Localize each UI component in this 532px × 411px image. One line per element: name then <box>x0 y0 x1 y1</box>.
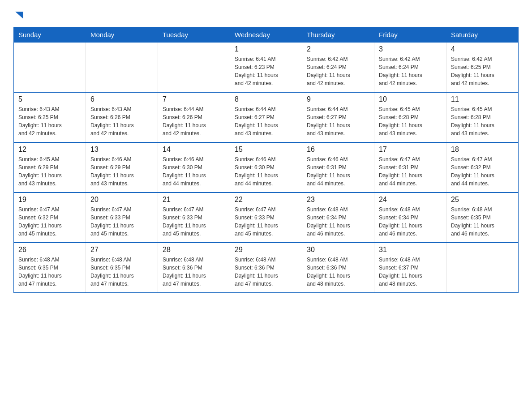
calendar-cell: 6Sunrise: 6:43 AMSunset: 6:26 PMDaylight… <box>86 92 158 142</box>
header-cell-saturday: Saturday <box>446 27 519 43</box>
header-cell-friday: Friday <box>374 27 446 43</box>
day-info: Sunrise: 6:48 AMSunset: 6:35 PMDaylight:… <box>451 206 514 238</box>
day-info: Sunrise: 6:44 AMSunset: 6:27 PMDaylight:… <box>307 105 369 137</box>
calendar-cell: 18Sunrise: 6:47 AMSunset: 6:32 PMDayligh… <box>446 142 519 193</box>
day-number: 29 <box>235 246 297 254</box>
day-number: 10 <box>379 95 442 103</box>
day-info: Sunrise: 6:42 AMSunset: 6:24 PMDaylight:… <box>307 55 369 87</box>
day-number: 24 <box>379 196 442 204</box>
header-cell-thursday: Thursday <box>302 27 374 43</box>
calendar-cell: 31Sunrise: 6:48 AMSunset: 6:37 PMDayligh… <box>374 243 446 293</box>
day-info: Sunrise: 6:43 AMSunset: 6:25 PMDaylight:… <box>18 105 81 137</box>
day-info: Sunrise: 6:47 AMSunset: 6:33 PMDaylight:… <box>90 206 153 238</box>
calendar-cell: 10Sunrise: 6:45 AMSunset: 6:28 PMDayligh… <box>374 92 446 142</box>
calendar-cell <box>86 43 158 93</box>
day-number: 31 <box>379 246 442 254</box>
day-number: 12 <box>18 146 81 154</box>
header-cell-tuesday: Tuesday <box>158 27 230 43</box>
calendar-cell: 14Sunrise: 6:46 AMSunset: 6:30 PMDayligh… <box>158 142 230 193</box>
header-cell-sunday: Sunday <box>14 27 86 43</box>
calendar-cell: 1Sunrise: 6:41 AMSunset: 6:23 PMDaylight… <box>230 43 302 93</box>
day-number: 27 <box>90 246 153 254</box>
calendar-cell: 11Sunrise: 6:45 AMSunset: 6:28 PMDayligh… <box>446 92 519 142</box>
day-number: 3 <box>379 45 442 53</box>
calendar-cell: 13Sunrise: 6:46 AMSunset: 6:29 PMDayligh… <box>86 142 158 193</box>
calendar-cell: 3Sunrise: 6:42 AMSunset: 6:24 PMDaylight… <box>374 43 446 93</box>
day-number: 19 <box>18 196 81 204</box>
logo-triangle-icon <box>14 10 24 20</box>
svg-marker-0 <box>15 12 23 19</box>
day-info: Sunrise: 6:48 AMSunset: 6:36 PMDaylight:… <box>235 256 297 288</box>
calendar-cell: 9Sunrise: 6:44 AMSunset: 6:27 PMDaylight… <box>302 92 374 142</box>
day-info: Sunrise: 6:47 AMSunset: 6:31 PMDaylight:… <box>379 155 442 188</box>
header <box>13 9 519 20</box>
day-info: Sunrise: 6:42 AMSunset: 6:24 PMDaylight:… <box>379 55 442 87</box>
calendar-week-row: 12Sunrise: 6:45 AMSunset: 6:29 PMDayligh… <box>14 142 519 193</box>
calendar-cell: 21Sunrise: 6:47 AMSunset: 6:33 PMDayligh… <box>158 193 230 243</box>
logo <box>13 9 24 20</box>
calendar-cell: 5Sunrise: 6:43 AMSunset: 6:25 PMDaylight… <box>14 92 86 142</box>
day-number: 11 <box>451 95 514 103</box>
calendar-cell: 2Sunrise: 6:42 AMSunset: 6:24 PMDaylight… <box>302 43 374 93</box>
calendar-cell: 17Sunrise: 6:47 AMSunset: 6:31 PMDayligh… <box>374 142 446 193</box>
calendar-cell: 30Sunrise: 6:48 AMSunset: 6:36 PMDayligh… <box>302 243 374 293</box>
day-number: 7 <box>163 95 225 103</box>
day-number: 23 <box>307 196 369 204</box>
day-info: Sunrise: 6:42 AMSunset: 6:25 PMDaylight:… <box>451 55 514 87</box>
calendar-cell: 23Sunrise: 6:48 AMSunset: 6:34 PMDayligh… <box>302 193 374 243</box>
calendar-cell <box>158 43 230 93</box>
day-info: Sunrise: 6:45 AMSunset: 6:28 PMDaylight:… <box>379 105 442 137</box>
calendar-cell: 25Sunrise: 6:48 AMSunset: 6:35 PMDayligh… <box>446 193 519 243</box>
calendar-cell: 22Sunrise: 6:47 AMSunset: 6:33 PMDayligh… <box>230 193 302 243</box>
day-number: 17 <box>379 146 442 154</box>
day-info: Sunrise: 6:48 AMSunset: 6:36 PMDaylight:… <box>307 256 369 288</box>
calendar-cell: 19Sunrise: 6:47 AMSunset: 6:32 PMDayligh… <box>14 193 86 243</box>
day-info: Sunrise: 6:48 AMSunset: 6:34 PMDaylight:… <box>307 206 369 238</box>
day-number: 18 <box>451 146 514 154</box>
day-info: Sunrise: 6:48 AMSunset: 6:35 PMDaylight:… <box>18 256 81 288</box>
day-number: 22 <box>235 196 297 204</box>
day-number: 4 <box>451 45 514 53</box>
day-info: Sunrise: 6:48 AMSunset: 6:36 PMDaylight:… <box>163 256 225 288</box>
day-info: Sunrise: 6:47 AMSunset: 6:32 PMDaylight:… <box>18 206 81 238</box>
day-info: Sunrise: 6:48 AMSunset: 6:34 PMDaylight:… <box>379 206 442 238</box>
day-info: Sunrise: 6:48 AMSunset: 6:37 PMDaylight:… <box>379 256 442 288</box>
day-info: Sunrise: 6:46 AMSunset: 6:31 PMDaylight:… <box>307 155 369 188</box>
day-number: 2 <box>307 45 369 53</box>
day-number: 9 <box>307 95 369 103</box>
day-number: 1 <box>235 45 297 53</box>
day-number: 20 <box>90 196 153 204</box>
day-info: Sunrise: 6:41 AMSunset: 6:23 PMDaylight:… <box>235 55 297 87</box>
day-info: Sunrise: 6:48 AMSunset: 6:35 PMDaylight:… <box>90 256 153 288</box>
calendar-cell: 4Sunrise: 6:42 AMSunset: 6:25 PMDaylight… <box>446 43 519 93</box>
calendar-week-row: 1Sunrise: 6:41 AMSunset: 6:23 PMDaylight… <box>14 43 519 93</box>
calendar-cell: 27Sunrise: 6:48 AMSunset: 6:35 PMDayligh… <box>86 243 158 293</box>
calendar-table: SundayMondayTuesdayWednesdayThursdayFrid… <box>13 27 519 293</box>
day-info: Sunrise: 6:44 AMSunset: 6:27 PMDaylight:… <box>235 105 297 137</box>
calendar-week-row: 5Sunrise: 6:43 AMSunset: 6:25 PMDaylight… <box>14 92 519 142</box>
calendar-week-row: 19Sunrise: 6:47 AMSunset: 6:32 PMDayligh… <box>14 193 519 243</box>
calendar-week-row: 26Sunrise: 6:48 AMSunset: 6:35 PMDayligh… <box>14 243 519 293</box>
day-info: Sunrise: 6:47 AMSunset: 6:33 PMDaylight:… <box>235 206 297 238</box>
header-cell-wednesday: Wednesday <box>230 27 302 43</box>
header-cell-monday: Monday <box>86 27 158 43</box>
calendar-cell: 24Sunrise: 6:48 AMSunset: 6:34 PMDayligh… <box>374 193 446 243</box>
calendar-cell: 26Sunrise: 6:48 AMSunset: 6:35 PMDayligh… <box>14 243 86 293</box>
calendar-cell: 15Sunrise: 6:46 AMSunset: 6:30 PMDayligh… <box>230 142 302 193</box>
day-number: 13 <box>90 146 153 154</box>
day-number: 15 <box>235 146 297 154</box>
calendar-cell: 20Sunrise: 6:47 AMSunset: 6:33 PMDayligh… <box>86 193 158 243</box>
day-info: Sunrise: 6:47 AMSunset: 6:32 PMDaylight:… <box>451 155 514 188</box>
day-number: 21 <box>163 196 225 204</box>
calendar-cell: 29Sunrise: 6:48 AMSunset: 6:36 PMDayligh… <box>230 243 302 293</box>
calendar-cell <box>14 43 86 93</box>
day-info: Sunrise: 6:45 AMSunset: 6:29 PMDaylight:… <box>18 155 81 188</box>
day-number: 14 <box>163 146 225 154</box>
calendar-cell: 12Sunrise: 6:45 AMSunset: 6:29 PMDayligh… <box>14 142 86 193</box>
day-info: Sunrise: 6:45 AMSunset: 6:28 PMDaylight:… <box>451 105 514 137</box>
day-info: Sunrise: 6:46 AMSunset: 6:30 PMDaylight:… <box>235 155 297 188</box>
day-number: 8 <box>235 95 297 103</box>
calendar-cell <box>446 243 519 293</box>
day-info: Sunrise: 6:43 AMSunset: 6:26 PMDaylight:… <box>90 105 153 137</box>
day-number: 25 <box>451 196 514 204</box>
